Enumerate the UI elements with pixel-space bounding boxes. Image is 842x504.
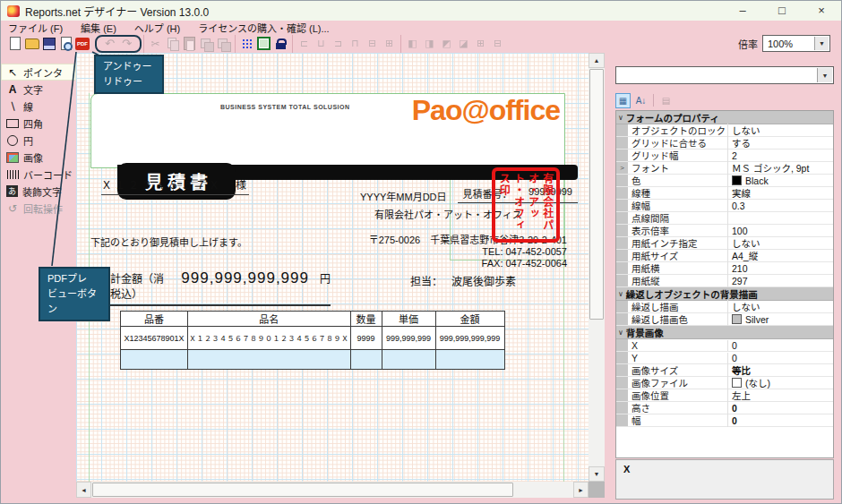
property-row[interactable]: >フォントＭＳ ゴシック, 9pt xyxy=(616,162,833,175)
table-row[interactable]: X12345678901XＸ１２３４５６７８９０１２３４５６７８９Ｘ999999… xyxy=(121,327,505,350)
snap-to-grid-icon[interactable] xyxy=(256,37,271,51)
property-row[interactable]: 線種実線 xyxy=(616,187,833,200)
toolbox-item-image[interactable]: 画像 xyxy=(1,149,76,166)
property-value[interactable]: 210 xyxy=(728,263,833,274)
table-cell: X12345678901X xyxy=(121,327,188,350)
menu-item-2[interactable]: ヘルプ (H) xyxy=(134,21,180,35)
scroll-down-icon[interactable]: ▼ xyxy=(589,466,605,482)
property-value[interactable]: 0 xyxy=(728,353,833,363)
property-value[interactable]: しない xyxy=(728,300,833,313)
customer-name-field[interactable]: Ｘ１２３４５６７Ｘ 様 xyxy=(101,176,249,195)
property-value[interactable]: 297 xyxy=(728,276,833,286)
toolbox-item-dectext[interactable]: あ装飾文字 xyxy=(1,183,76,200)
company-logo[interactable]: Pao@office xyxy=(412,94,560,127)
property-value[interactable]: 左上 xyxy=(728,389,833,402)
vertical-scrollbar[interactable]: ▲ ▼ xyxy=(589,53,605,482)
chevron-down-icon[interactable]: ▼ xyxy=(817,68,832,82)
property-section-header[interactable]: ∨背景画像 xyxy=(616,326,833,339)
scroll-up-icon[interactable]: ▲ xyxy=(589,53,605,68)
property-value[interactable]: 100 xyxy=(728,226,833,236)
property-value[interactable]: Silver xyxy=(728,314,833,325)
menu-item-1[interactable]: 編集 (E) xyxy=(81,21,116,35)
property-value[interactable]: する xyxy=(728,136,833,149)
menu-item-0[interactable]: ファイル (F) xyxy=(8,21,63,35)
horizontal-scrollbar[interactable]: ◄ ► xyxy=(76,482,589,498)
categorized-icon[interactable]: ▦ xyxy=(615,93,631,108)
total-amount-field[interactable]: 合計金額（消費税込） 999,999,999,999 円 xyxy=(99,269,331,306)
property-value[interactable]: しない xyxy=(728,236,833,250)
property-row[interactable]: 繰返し描画しない xyxy=(616,301,833,313)
property-value[interactable]: Black xyxy=(728,175,833,186)
save-icon[interactable] xyxy=(41,37,56,51)
property-value-text: 実線 xyxy=(732,186,751,200)
property-value[interactable]: 等比 xyxy=(728,363,833,377)
property-value[interactable]: 0 xyxy=(728,340,833,351)
property-row[interactable]: Y0 xyxy=(616,352,833,364)
print-preview-icon[interactable] xyxy=(58,37,73,51)
alphabetical-sort-icon[interactable]: A↓ xyxy=(633,93,649,108)
property-row[interactable]: 線幅0.3 xyxy=(616,200,833,212)
date-field[interactable]: YYYY年MM月DD日 xyxy=(360,189,447,203)
property-value[interactable]: A4_縦 xyxy=(728,249,833,262)
horizontal-scroll-thumb[interactable] xyxy=(92,483,513,497)
design-canvas[interactable]: BUSINESS SYSTEM TOTAL SOLUSION Pao@offic… xyxy=(76,53,589,482)
property-value[interactable]: しない xyxy=(728,124,833,137)
items-table[interactable]: 品番品名数量単価金額 X12345678901XＸ１２３４５６７８９０１２３４５… xyxy=(120,311,505,370)
property-row[interactable]: 用紙横210 xyxy=(616,262,833,275)
close-button[interactable]: × xyxy=(802,1,841,21)
property-row[interactable]: 繰返し描画色Silver xyxy=(616,313,833,326)
property-row[interactable]: オブジェクトのロックしない xyxy=(616,124,833,137)
invoice-header-block[interactable]: BUSINESS SYSTEM TOTAL SOLUSION Pao@offic… xyxy=(90,93,565,168)
property-value[interactable]: 実線 xyxy=(728,186,833,200)
menu-item-3[interactable]: ライセンスの購入・確認 (L)... xyxy=(198,21,329,35)
property-value[interactable]: 0 xyxy=(728,415,833,426)
property-row[interactable]: 画像サイズ等比 xyxy=(616,364,833,377)
toolbox-item-text[interactable]: A文字 xyxy=(1,81,76,98)
manager-field[interactable]: 担当： 波尾後御歩素 xyxy=(410,273,516,288)
property-value[interactable]: 0 xyxy=(728,403,833,414)
open-file-icon[interactable] xyxy=(24,37,39,51)
property-row[interactable]: グリッド幅2 xyxy=(616,149,833,162)
property-row[interactable]: 用紙縦297 xyxy=(616,275,833,287)
property-row[interactable]: 高さ0 xyxy=(616,402,833,414)
new-file-icon[interactable] xyxy=(7,37,22,51)
company-seal-stamp[interactable]: 有限会社パオ・アット・オフィス印 xyxy=(492,167,560,243)
total-value: 999,999,999,999 xyxy=(181,269,309,287)
property-value[interactable]: 0.3 xyxy=(728,201,833,211)
property-row[interactable]: 点線間隔 xyxy=(616,212,833,225)
toolbox-item-barcode[interactable]: バーコード xyxy=(1,166,76,183)
scroll-right-icon[interactable]: ► xyxy=(573,482,589,498)
property-section-header[interactable]: ∨フォームのプロパティ xyxy=(616,111,833,124)
object-selector-combo[interactable]: ▼ xyxy=(615,66,834,84)
property-row[interactable]: グリッドに合せるする xyxy=(616,137,833,149)
property-value[interactable]: (なし) xyxy=(728,376,833,389)
greeting-text[interactable]: 下記のとおり御見積申し上げます。 xyxy=(90,235,247,249)
property-row[interactable]: 幅0 xyxy=(616,414,833,427)
property-row[interactable]: 画像ファイル(なし) xyxy=(616,377,833,389)
minimize-button[interactable]: – xyxy=(723,1,762,21)
property-value[interactable]: ＭＳ ゴシック, 9pt xyxy=(728,161,833,175)
lock-objects-icon[interactable] xyxy=(273,37,288,51)
toolbox-item-circle[interactable]: 円 xyxy=(1,132,76,149)
property-section-header[interactable]: ∨繰返しオブジェクトの背景描画 xyxy=(616,287,833,301)
property-row[interactable]: 画像位置左上 xyxy=(616,389,833,402)
toolbox-item-rect[interactable]: 四角 xyxy=(1,115,76,132)
chevron-down-icon[interactable]: ▼ xyxy=(814,37,829,50)
property-row[interactable]: X0 xyxy=(616,339,833,352)
zoom-select[interactable]: 100% ▼ xyxy=(762,35,830,52)
toolbox-item-line[interactable]: ∖線 xyxy=(1,98,76,115)
property-row[interactable]: 用紙インチ指定しない xyxy=(616,237,833,250)
toolbox-item-pointer[interactable]: ↖ポインタ xyxy=(1,64,76,81)
property-row[interactable]: 色Black xyxy=(616,175,833,187)
toolbox-item-rotate[interactable]: ↺回転操作 xyxy=(1,200,76,217)
toolbar-group: PDF xyxy=(4,35,93,53)
property-row[interactable]: 用紙サイズA4_縦 xyxy=(616,250,833,262)
maximize-button[interactable]: □ xyxy=(762,1,802,21)
scroll-left-icon[interactable]: ◄ xyxy=(76,482,91,498)
pdf-preview-icon[interactable]: PDF xyxy=(75,38,90,50)
property-value[interactable]: 2 xyxy=(728,150,833,161)
table-row[interactable] xyxy=(121,350,505,370)
property-row[interactable]: 表示倍率100 xyxy=(616,225,833,237)
grid-toggle-icon[interactable] xyxy=(239,37,254,51)
vertical-scroll-thumb[interactable] xyxy=(589,69,604,320)
